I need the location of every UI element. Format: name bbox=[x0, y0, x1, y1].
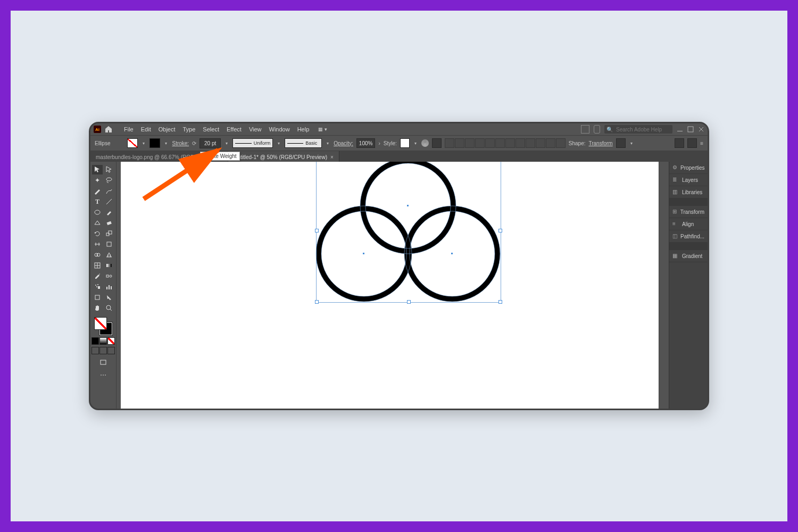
arrange-docs-icon[interactable] bbox=[581, 125, 589, 134]
align-vcenter-icon[interactable] bbox=[485, 138, 495, 148]
tab-close-icon[interactable]: × bbox=[330, 154, 334, 160]
eyedropper-tool-icon[interactable] bbox=[92, 271, 103, 281]
symbol-sprayer-tool-icon[interactable] bbox=[92, 282, 103, 292]
screen-mode-icon[interactable] bbox=[98, 358, 109, 367]
maximize-icon[interactable] bbox=[687, 126, 694, 132]
magic-wand-tool-icon[interactable]: ✦ bbox=[92, 176, 103, 185]
blend-tool-icon[interactable] bbox=[104, 271, 114, 281]
mesh-tool-icon[interactable] bbox=[92, 261, 103, 270]
panel-transform[interactable]: ⊞Transform bbox=[669, 206, 708, 218]
perspective-grid-tool-icon[interactable] bbox=[104, 250, 114, 260]
style-dd-icon[interactable]: ▾ bbox=[413, 140, 418, 146]
chevron-right-icon[interactable]: › bbox=[378, 140, 380, 146]
panel-menu-icon[interactable]: ≡ bbox=[700, 140, 703, 146]
minimize-icon[interactable] bbox=[677, 126, 683, 132]
panel-properties[interactable]: ⚙Properties bbox=[669, 162, 708, 174]
profile-dd-icon[interactable]: ▾ bbox=[276, 140, 281, 146]
bbox-handle-se[interactable] bbox=[498, 300, 502, 304]
shape-label[interactable]: Shape: bbox=[569, 140, 586, 146]
zoom-tool-icon[interactable] bbox=[104, 303, 114, 313]
panel-gradient[interactable]: ▦Gradient bbox=[669, 250, 708, 262]
menu-object[interactable]: Object bbox=[155, 126, 179, 132]
menu-help[interactable]: Help bbox=[294, 126, 313, 132]
fill-stroke-indicator[interactable] bbox=[94, 317, 112, 335]
brush-dd-icon[interactable]: ▾ bbox=[325, 140, 330, 146]
transform-icon[interactable] bbox=[616, 138, 626, 148]
shape-builder-tool-icon[interactable] bbox=[92, 250, 103, 260]
fill-indicator[interactable] bbox=[94, 317, 107, 330]
transform-dd-icon[interactable]: ▾ bbox=[629, 140, 634, 146]
vertical-scroll-gutter[interactable] bbox=[659, 162, 669, 409]
eraser-tool-icon[interactable] bbox=[104, 218, 114, 228]
align-left-icon[interactable] bbox=[445, 138, 454, 148]
lasso-tool-icon[interactable] bbox=[104, 176, 114, 185]
menu-file[interactable]: File bbox=[120, 126, 137, 132]
opacity-label[interactable]: Opacity: bbox=[334, 140, 353, 146]
menu-select[interactable]: Select bbox=[199, 126, 223, 132]
panel-layers[interactable]: ≣Layers bbox=[669, 174, 708, 186]
opacity-value[interactable]: 100% bbox=[356, 138, 376, 148]
curvature-tool-icon[interactable] bbox=[104, 186, 114, 196]
pen-tool-icon[interactable] bbox=[92, 186, 103, 196]
artboard-tool-icon[interactable] bbox=[92, 293, 103, 302]
paintbrush-tool-icon[interactable] bbox=[104, 207, 114, 217]
bbox-handle-s[interactable] bbox=[407, 300, 411, 304]
menu-effect[interactable]: Effect bbox=[223, 126, 245, 132]
workspace-switcher-icon[interactable]: ▦ ▾ bbox=[318, 127, 327, 132]
align-artboard-icon[interactable] bbox=[556, 138, 566, 148]
style-swatch[interactable] bbox=[400, 138, 410, 148]
bbox-handle-w[interactable] bbox=[315, 229, 319, 232]
stroke-dropdown-icon[interactable]: ▾ bbox=[163, 140, 169, 146]
align-hcenter-icon[interactable] bbox=[455, 138, 464, 148]
edit-toolbar-icon[interactable]: ⋯ bbox=[100, 371, 106, 379]
brush-combo[interactable]: Basic bbox=[285, 138, 322, 148]
menu-window[interactable]: Window bbox=[265, 126, 294, 132]
transform-label[interactable]: Transform bbox=[588, 140, 612, 146]
color-mode-none[interactable] bbox=[107, 337, 115, 345]
bbox-handle-sw[interactable] bbox=[315, 300, 319, 304]
draw-behind-icon[interactable] bbox=[99, 347, 107, 354]
direct-select-tool-icon[interactable] bbox=[104, 165, 114, 174]
free-transform-tool-icon[interactable] bbox=[104, 239, 114, 249]
column-graph-tool-icon[interactable] bbox=[104, 282, 114, 292]
menu-type[interactable]: Type bbox=[179, 126, 200, 132]
type-tool-icon[interactable]: T bbox=[92, 197, 103, 206]
selection-tool-icon[interactable] bbox=[92, 165, 103, 174]
distrib-h-icon[interactable] bbox=[505, 138, 515, 148]
tab-doc-2[interactable]: Untitled-1* @ 50% (RGB/CPU Preview) × bbox=[228, 151, 339, 163]
color-mode-gradient[interactable] bbox=[99, 337, 107, 345]
menu-edit[interactable]: Edit bbox=[137, 126, 155, 132]
align-top-icon[interactable] bbox=[475, 138, 485, 148]
shaper-tool-icon[interactable] bbox=[92, 218, 103, 228]
selection-bbox[interactable] bbox=[316, 162, 501, 303]
slice-tool-icon[interactable] bbox=[104, 293, 114, 302]
scale-tool-icon[interactable] bbox=[104, 229, 114, 238]
fill-swatch[interactable] bbox=[127, 138, 138, 148]
gpu-icon[interactable] bbox=[594, 125, 600, 134]
align-bottom-icon[interactable] bbox=[495, 138, 505, 148]
line-tool-icon[interactable] bbox=[104, 197, 114, 206]
align-right-icon[interactable] bbox=[465, 138, 475, 148]
panel-align[interactable]: ≡Align bbox=[669, 218, 708, 230]
distrib-space-h-icon[interactable] bbox=[526, 138, 535, 148]
panel-libraries[interactable]: ▥Libraries bbox=[669, 186, 708, 198]
color-mode-solid[interactable] bbox=[92, 337, 99, 345]
align-to-icon[interactable] bbox=[432, 138, 442, 148]
draw-normal-icon[interactable] bbox=[92, 347, 99, 354]
distrib-space-v-icon[interactable] bbox=[536, 138, 545, 148]
bbox-handle-e[interactable] bbox=[498, 229, 502, 232]
recolor-icon[interactable] bbox=[421, 139, 429, 147]
panel-pathfinder[interactable]: ◫Pathfind... bbox=[669, 230, 708, 243]
ellipse-tool-icon[interactable] bbox=[92, 207, 103, 217]
close-icon[interactable] bbox=[698, 126, 704, 132]
home-icon[interactable] bbox=[104, 125, 113, 134]
search-field[interactable]: 🔍 bbox=[604, 125, 672, 134]
stroke-label[interactable]: Stroke: bbox=[172, 140, 189, 146]
menu-view[interactable]: View bbox=[245, 126, 265, 132]
linked-icon[interactable]: ⟳ bbox=[192, 140, 196, 146]
width-tool-icon[interactable] bbox=[92, 239, 103, 249]
search-input[interactable] bbox=[615, 126, 670, 133]
rotate-tool-icon[interactable] bbox=[92, 229, 103, 238]
stroke-profile-combo[interactable]: Uniform bbox=[232, 138, 273, 148]
hand-tool-icon[interactable] bbox=[92, 303, 103, 313]
